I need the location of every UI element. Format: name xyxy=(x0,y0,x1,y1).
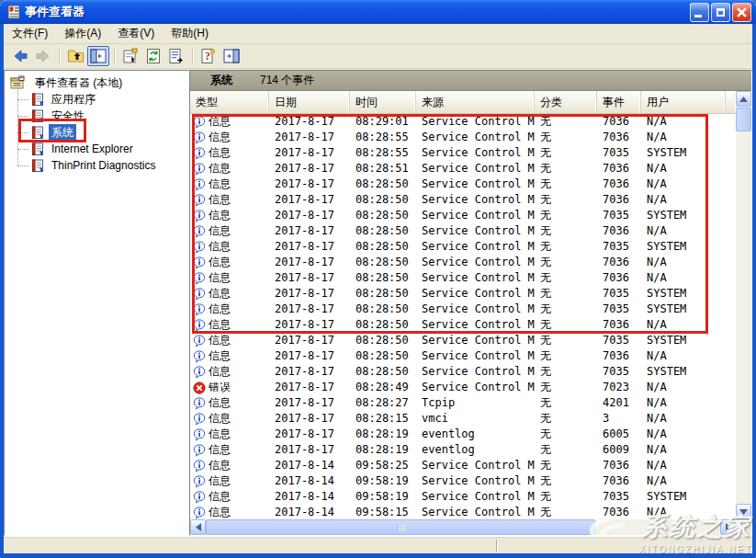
vertical-scrollbar[interactable] xyxy=(736,91,751,519)
refresh-button[interactable] xyxy=(142,46,164,66)
event-row[interactable]: 信息 2017-8-17 08:28:50 Service Control M.… xyxy=(190,177,736,192)
event-row[interactable]: 信息 2017-8-17 08:28:55 Service Control M.… xyxy=(190,145,736,161)
column-header-event[interactable]: 事件 xyxy=(597,91,641,114)
title-bar[interactable]: 事件查看器 xyxy=(0,0,756,24)
tree-item-应用程序[interactable]: 应用程序 xyxy=(5,91,188,108)
information-icon xyxy=(193,428,206,441)
event-row[interactable]: 信息 2017-8-14 09:58:25 Service Control M.… xyxy=(190,458,736,473)
event-row[interactable]: 信息 2017-8-17 08:28:50 Service Control M.… xyxy=(190,208,736,223)
column-header-source[interactable]: 来源 xyxy=(416,91,535,114)
event-date: 2017-8-17 xyxy=(269,395,350,411)
menu-view[interactable]: 查看(V) xyxy=(109,23,163,44)
event-row[interactable]: 信息 2017-8-17 08:28:51 Service Control M.… xyxy=(190,161,736,177)
maximize-button[interactable] xyxy=(711,3,730,22)
information-icon xyxy=(193,116,206,129)
close-button[interactable] xyxy=(732,3,751,22)
event-count: 714 个事件 xyxy=(260,73,314,88)
properties-button[interactable] xyxy=(119,46,141,66)
menu-help[interactable]: 帮助(H) xyxy=(163,23,217,44)
scroll-up-button[interactable] xyxy=(736,91,751,107)
minimize-button[interactable] xyxy=(690,3,709,22)
event-row[interactable]: 信息 2017-8-17 08:28:50 Service Control M.… xyxy=(190,223,736,239)
toolbar-separator xyxy=(192,48,194,64)
event-row[interactable]: 信息 2017-8-17 08:28:50 Service Control M.… xyxy=(190,364,736,380)
event-time: 08:28:50 xyxy=(350,286,416,302)
event-category: 无 xyxy=(535,255,597,270)
event-date: 2017-8-17 xyxy=(269,223,350,239)
tree-root-event-viewer[interactable]: 事件查看器 (本地) xyxy=(8,74,125,91)
scroll-down-button[interactable] xyxy=(736,504,751,519)
log-book-icon xyxy=(30,158,45,173)
event-type: 信息 xyxy=(209,302,231,317)
event-row[interactable]: 信息 2017-8-17 08:29:01 Service Control M.… xyxy=(190,114,736,130)
event-row[interactable]: 信息 2017-8-17 08:28:50 Service Control M.… xyxy=(190,255,736,270)
event-row[interactable]: 信息 2017-8-17 08:28:50 Service Control M.… xyxy=(190,302,736,317)
event-row[interactable]: 信息 2017-8-17 08:28:19 eventlog 无 6005 N/… xyxy=(190,427,736,442)
export-list-button[interactable] xyxy=(165,46,187,66)
event-row[interactable]: 信息 2017-8-17 08:28:50 Service Control M.… xyxy=(190,239,736,255)
show-tree-button[interactable] xyxy=(87,46,109,66)
tree-item-Internet Explorer[interactable]: Internet Explorer xyxy=(5,141,188,157)
event-id: 7035 xyxy=(597,302,641,317)
event-row[interactable]: 信息 2017-8-17 08:28:50 Service Control M.… xyxy=(190,333,736,348)
tree-item-安全性[interactable]: 安全性 xyxy=(5,108,188,124)
event-row[interactable]: 信息 2017-8-14 09:58:19 Service Control M.… xyxy=(190,489,736,505)
tree-item-ThinPrint Diagnostics[interactable]: ThinPrint Diagnostics xyxy=(5,157,188,174)
event-row[interactable]: 信息 2017-8-17 08:28:50 Service Control M.… xyxy=(190,317,736,333)
event-time: 08:28:19 xyxy=(350,427,416,442)
event-row[interactable]: 信息 2017-8-17 08:28:27 Tcpip 无 4201 N/A xyxy=(190,395,736,411)
scroll-left-button[interactable] xyxy=(190,519,206,535)
event-type: 信息 xyxy=(209,473,231,489)
column-header-date[interactable]: 日期 xyxy=(269,91,350,114)
event-time: 08:28:51 xyxy=(350,161,416,177)
back-button[interactable] xyxy=(9,46,31,66)
event-row[interactable]: 信息 2017-8-17 08:28:50 Service Control M.… xyxy=(190,286,736,302)
event-row[interactable]: 信息 2017-8-14 09:58:15 Service Control M.… xyxy=(190,505,736,519)
event-source: Service Control M... xyxy=(416,255,535,270)
event-source: Service Control M... xyxy=(416,364,535,380)
menu-action[interactable]: 操作(A) xyxy=(56,23,109,44)
information-icon xyxy=(193,147,206,160)
horizontal-scrollbar[interactable] xyxy=(190,519,736,535)
event-user: SYSTEM xyxy=(641,333,726,348)
event-user: SYSTEM xyxy=(641,364,726,380)
column-header-user[interactable]: 用户 xyxy=(641,91,726,114)
svg-text:?: ? xyxy=(205,50,210,63)
help-button[interactable]: ? xyxy=(197,46,220,66)
event-time: 08:28:50 xyxy=(350,317,416,333)
column-header-time[interactable]: 时间 xyxy=(350,91,416,114)
information-icon xyxy=(193,397,206,410)
event-time: 09:58:15 xyxy=(350,505,416,519)
forward-button[interactable] xyxy=(32,46,54,66)
event-source: Service Control M... xyxy=(416,473,535,489)
event-user: SYSTEM xyxy=(641,208,726,223)
horizontal-scroll-thumb[interactable] xyxy=(206,519,595,535)
column-header-category[interactable]: 分类 xyxy=(535,91,597,114)
information-icon xyxy=(193,178,206,191)
event-row[interactable]: 信息 2017-8-17 08:28:55 Service Control M.… xyxy=(190,130,736,145)
event-row[interactable]: 信息 2017-8-14 09:58:19 Service Control M.… xyxy=(190,473,736,489)
event-category: 无 xyxy=(535,145,597,161)
event-row[interactable]: 信息 2017-8-17 08:28:15 vmci 无 3 N/A xyxy=(190,411,736,427)
event-user: N/A xyxy=(641,161,726,177)
show-pane-button[interactable] xyxy=(220,46,243,66)
event-type: 信息 xyxy=(209,411,231,427)
vertical-scroll-thumb[interactable] xyxy=(736,108,751,131)
tree-item-系统[interactable]: 系统 xyxy=(5,124,188,141)
event-source: Service Control M... xyxy=(416,505,535,519)
arrow-right-icon xyxy=(726,523,731,531)
event-id: 7036 xyxy=(597,177,641,192)
up-folder-button[interactable] xyxy=(64,46,86,66)
event-row[interactable]: 错误 2017-8-17 08:28:49 Service Control M.… xyxy=(190,380,736,395)
event-row[interactable]: 信息 2017-8-17 08:28:50 Service Control M.… xyxy=(190,270,736,286)
column-header-type[interactable]: 类型 xyxy=(190,91,269,114)
scroll-right-button[interactable] xyxy=(720,519,736,535)
menu-file[interactable]: 文件(F) xyxy=(4,23,56,44)
event-user: N/A xyxy=(641,411,726,427)
event-row[interactable]: 信息 2017-8-17 08:28:50 Service Control M.… xyxy=(190,348,736,364)
event-date: 2017-8-17 xyxy=(269,317,350,333)
event-time: 08:28:49 xyxy=(350,380,416,395)
event-row[interactable]: 信息 2017-8-17 08:28:50 Service Control M.… xyxy=(190,192,736,208)
event-row[interactable]: 信息 2017-8-17 08:28:19 eventlog 无 6009 N/… xyxy=(190,442,736,458)
toolbar-separator xyxy=(114,48,116,64)
